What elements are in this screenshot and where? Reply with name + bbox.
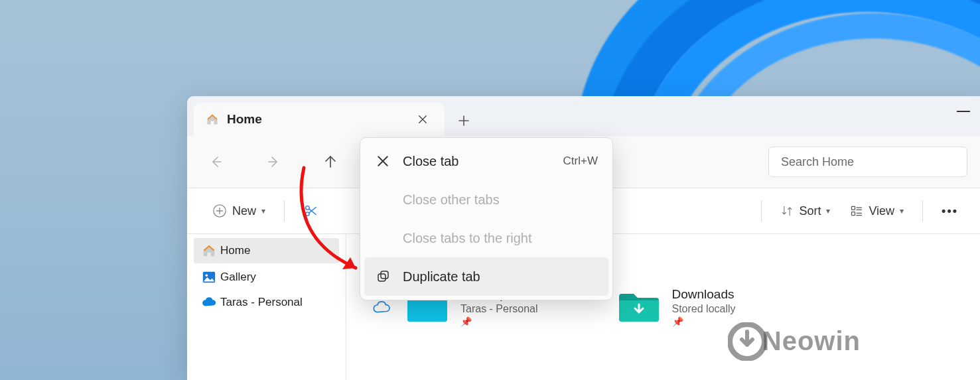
ctx-close-right: Close tabs to the right bbox=[364, 219, 608, 257]
arrow-up-icon bbox=[322, 154, 338, 170]
nav-back-button[interactable] bbox=[203, 149, 230, 175]
file-explorer-window: Home Search Home New ▾ bbox=[187, 96, 980, 380]
ctx-close-tab[interactable]: Close tab Ctrl+W bbox=[364, 142, 608, 180]
divider bbox=[284, 200, 285, 222]
chevron-down-icon: ▾ bbox=[900, 206, 904, 216]
tab-context-menu: Close tab Ctrl+W Close other tabs Close … bbox=[360, 137, 613, 300]
svg-point-6 bbox=[206, 274, 208, 277]
search-input[interactable]: Search Home bbox=[768, 147, 967, 177]
sidebar-item-label: Taras - Personal bbox=[220, 296, 303, 309]
pin-icon: 📌 bbox=[460, 316, 538, 327]
svg-rect-8 bbox=[381, 271, 388, 279]
divider bbox=[761, 200, 762, 222]
cloud-sync-icon bbox=[373, 300, 390, 314]
close-icon bbox=[375, 155, 391, 167]
folder-title: Downloads bbox=[672, 287, 736, 302]
ctx-duplicate-tab[interactable]: Duplicate tab bbox=[364, 257, 608, 296]
plus-circle-icon bbox=[212, 204, 227, 218]
folder-meta: Downloads Stored locally 📌 bbox=[672, 287, 736, 327]
arrow-left-icon bbox=[208, 154, 224, 170]
view-button[interactable]: View ▾ bbox=[843, 200, 910, 222]
new-label: New bbox=[232, 204, 256, 218]
duplicate-icon bbox=[375, 270, 391, 283]
home-icon bbox=[202, 243, 216, 258]
sidebar: Home Gallery Taras - Personal bbox=[187, 234, 346, 380]
scissors-icon bbox=[303, 204, 318, 218]
view-label: View bbox=[869, 204, 894, 218]
sort-button[interactable]: Sort ▾ bbox=[774, 200, 837, 222]
ellipsis-icon: ••• bbox=[942, 204, 958, 218]
titlebar: Home bbox=[187, 96, 980, 136]
sort-label: Sort bbox=[799, 204, 821, 218]
home-icon bbox=[206, 113, 219, 126]
view-icon bbox=[850, 204, 863, 218]
arrow-right-icon bbox=[265, 154, 281, 170]
gallery-icon bbox=[202, 270, 216, 285]
ctx-close-others: Close other tabs bbox=[364, 180, 608, 219]
onedrive-icon bbox=[202, 295, 216, 310]
folder-icon bbox=[618, 290, 660, 324]
folder-sub: Taras - Personal bbox=[460, 303, 538, 315]
chevron-down-icon: ▾ bbox=[826, 206, 830, 216]
tab-label: Home bbox=[227, 112, 405, 127]
ctx-label: Duplicate tab bbox=[403, 269, 480, 285]
folder-downloads[interactable]: Downloads Stored locally 📌 bbox=[618, 251, 736, 363]
sidebar-item-label: Home bbox=[220, 244, 250, 257]
nav-up-button[interactable] bbox=[317, 149, 344, 175]
svg-rect-7 bbox=[378, 274, 385, 281]
new-button[interactable]: New ▾ bbox=[206, 200, 272, 222]
more-button[interactable]: ••• bbox=[935, 200, 965, 222]
ctx-label: Close tab bbox=[403, 154, 459, 169]
search-placeholder: Search Home bbox=[781, 155, 854, 169]
svg-rect-3 bbox=[852, 206, 855, 210]
divider bbox=[922, 200, 923, 222]
tab-home[interactable]: Home bbox=[194, 103, 445, 136]
chevron-down-icon: ▾ bbox=[261, 206, 265, 216]
ctx-shortcut: Ctrl+W bbox=[563, 155, 598, 168]
window-minimize-button[interactable] bbox=[957, 111, 970, 112]
folder-sub: Stored locally bbox=[672, 303, 736, 315]
cut-button[interactable] bbox=[297, 200, 324, 222]
sidebar-item-label: Gallery bbox=[220, 271, 256, 284]
tab-close-button[interactable] bbox=[413, 109, 433, 129]
new-tab-button[interactable] bbox=[449, 105, 479, 136]
nav-forward-button[interactable] bbox=[260, 149, 287, 175]
plus-icon bbox=[458, 115, 469, 126]
sidebar-item-onedrive[interactable]: Taras - Personal bbox=[187, 290, 346, 315]
ctx-label: Close tabs to the right bbox=[403, 231, 532, 246]
pin-icon: 📌 bbox=[672, 316, 736, 327]
svg-rect-4 bbox=[852, 212, 855, 216]
ctx-label: Close other tabs bbox=[403, 192, 500, 208]
sort-icon bbox=[780, 204, 794, 218]
sidebar-item-gallery[interactable]: Gallery bbox=[187, 265, 346, 290]
sidebar-item-home[interactable]: Home bbox=[194, 238, 339, 263]
close-icon bbox=[418, 115, 427, 124]
